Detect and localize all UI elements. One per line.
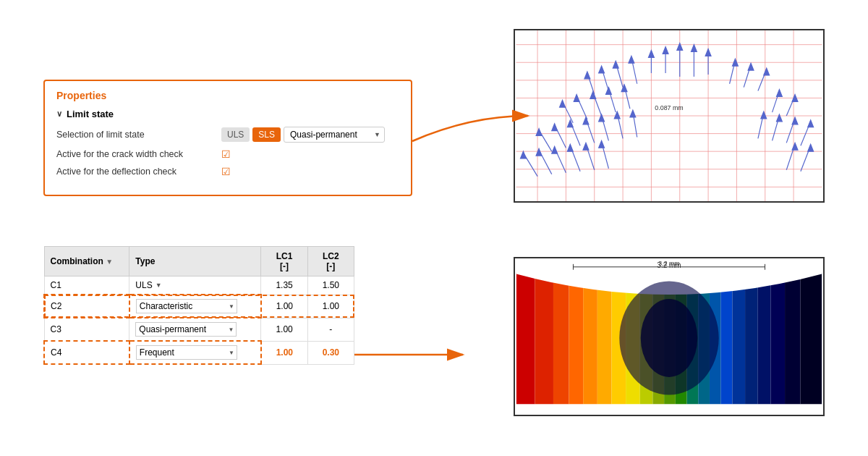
- deflection-checkbox[interactable]: ☑: [221, 166, 231, 177]
- deflection-row: Active for the deflection check ☑: [56, 166, 399, 177]
- table-panel: Combination ▼ Type LC1[-] LC2[-] C1 ULS …: [43, 246, 354, 365]
- uls-button[interactable]: ULS: [221, 127, 250, 142]
- type-select-c3[interactable]: Characteristic Quasi-permanent ULS Frequ…: [135, 322, 237, 337]
- selection-label: Selection of limit state: [56, 130, 216, 140]
- svg-marker-44: [560, 100, 566, 107]
- svg-marker-64: [583, 117, 589, 124]
- section-header: ∨ Limit state: [56, 109, 399, 119]
- deflection-visualization: 3.2 mm 3.2 mm: [514, 257, 825, 416]
- support-right-top: [796, 201, 816, 203]
- type-dropdown-c3[interactable]: Characteristic Quasi-permanent ULS Frequ…: [135, 322, 237, 337]
- svg-marker-32: [599, 66, 605, 73]
- svg-marker-60: [552, 124, 558, 131]
- combinations-table: Combination ▼ Type LC1[-] LC2[-] C1 ULS …: [43, 246, 354, 365]
- type-dropdown-arrow: ▼: [156, 282, 162, 289]
- grid-svg: 0.087 mm: [515, 30, 823, 201]
- svg-marker-92: [792, 143, 798, 150]
- sls-button[interactable]: SLS: [252, 127, 281, 142]
- limit-state-controls: ULS SLS Quasi-permanent Characteristic F…: [221, 127, 385, 143]
- svg-marker-82: [536, 148, 542, 156]
- svg-rect-99: [583, 273, 597, 405]
- table-body: C1 ULS ▼ 1.35 1.50 C2 Characteristic: [44, 276, 354, 365]
- limit-state-row: Selection of limit state ULS SLS Quasi-p…: [56, 127, 399, 143]
- svg-rect-110: [721, 273, 733, 405]
- svg-marker-42: [764, 68, 770, 75]
- svg-marker-72: [761, 111, 767, 119]
- quasi-permanent-select-wrapper: Quasi-permanent Characteristic Frequent: [284, 127, 385, 143]
- properties-panel: Properties ∨ Limit state Selection of li…: [43, 80, 412, 196]
- deflection-dim-label: 3.2 mm: [657, 261, 681, 269]
- crack-row: Active for the crack width check ☑: [56, 148, 399, 160]
- table-row: C4 Characteristic Quasi-permanent ULS Fr…: [44, 341, 354, 364]
- svg-rect-97: [553, 273, 569, 405]
- dim-label-top: 0.087 mm: [655, 104, 683, 111]
- svg-marker-26: [691, 45, 697, 52]
- svg-marker-86: [567, 144, 573, 151]
- crack-label: Active for the crack width check: [56, 149, 216, 159]
- table-row: C1 ULS ▼ 1.35 1.50: [44, 276, 354, 295]
- chevron-icon: ∨: [56, 109, 62, 119]
- svg-rect-113: [758, 273, 771, 405]
- svg-marker-78: [808, 120, 814, 127]
- col-header-combination: Combination ▼: [44, 247, 129, 276]
- cell-lc2-c2: 1.00: [307, 295, 354, 318]
- svg-marker-22: [663, 47, 668, 54]
- svg-marker-50: [605, 88, 611, 95]
- svg-marker-94: [808, 144, 814, 151]
- svg-rect-116: [801, 273, 822, 405]
- svg-marker-40: [748, 63, 754, 70]
- svg-rect-98: [569, 273, 584, 405]
- support-left-bottom: [522, 415, 542, 416]
- svg-marker-24: [677, 43, 683, 51]
- properties-title: Properties: [56, 90, 399, 101]
- cell-lc2-c3: -: [307, 318, 354, 341]
- cell-combination: C1: [44, 276, 129, 295]
- svg-marker-54: [776, 90, 782, 97]
- svg-marker-84: [552, 146, 558, 153]
- cell-lc2-c4: 0.30: [307, 341, 354, 364]
- type-dropdown-c4[interactable]: Characteristic Quasi-permanent ULS Frequ…: [136, 345, 237, 360]
- svg-marker-74: [776, 114, 782, 122]
- cell-lc2: 1.50: [307, 276, 354, 295]
- svg-marker-20: [648, 51, 654, 58]
- crack-checkbox[interactable]: ☑: [221, 148, 231, 160]
- svg-marker-70: [630, 110, 636, 117]
- svg-marker-66: [599, 114, 605, 122]
- svg-rect-111: [732, 273, 745, 405]
- svg-marker-30: [584, 72, 590, 79]
- cell-combination-c3: C3: [44, 318, 129, 341]
- svg-marker-58: [536, 129, 542, 136]
- grid-visualization: 0.087 mm: [514, 29, 825, 203]
- cell-lc1: 1.35: [261, 276, 307, 295]
- svg-rect-96: [535, 273, 553, 405]
- type-select-c4[interactable]: Characteristic Quasi-permanent ULS Frequ…: [136, 345, 237, 360]
- svg-marker-48: [590, 92, 596, 99]
- deflection-svg: 3.2 mm: [515, 258, 823, 415]
- cell-type-highlighted[interactable]: Characteristic ULS Quasi-permanent Frequ…: [129, 295, 261, 318]
- table-row: C2 Characteristic ULS Quasi-permanent Fr…: [44, 295, 354, 318]
- section-label: Limit state: [67, 109, 114, 119]
- svg-rect-100: [597, 273, 612, 405]
- svg-marker-34: [613, 61, 618, 68]
- support-left-top: [522, 201, 542, 203]
- svg-marker-88: [583, 143, 589, 150]
- cell-type-c3[interactable]: Characteristic Quasi-permanent ULS Frequ…: [129, 318, 261, 341]
- svg-marker-36: [629, 56, 634, 63]
- svg-rect-112: [745, 273, 758, 405]
- svg-marker-76: [792, 117, 798, 124]
- cell-type-c4[interactable]: Characteristic Quasi-permanent ULS Frequ…: [129, 341, 261, 364]
- deflection-label: Active for the deflection check: [56, 166, 216, 177]
- cell-lc1-c3: 1.00: [261, 318, 307, 341]
- svg-marker-68: [614, 111, 620, 119]
- svg-rect-115: [785, 273, 801, 405]
- svg-marker-28: [705, 49, 711, 56]
- table-header-row: Combination ▼ Type LC1[-] LC2[-]: [44, 247, 354, 276]
- type-dropdown-c2[interactable]: Characteristic ULS Quasi-permanent Frequ…: [136, 299, 237, 313]
- svg-marker-90: [599, 140, 605, 148]
- filter-icon[interactable]: ▼: [106, 258, 113, 266]
- svg-rect-95: [516, 273, 535, 405]
- col-header-type: Type: [129, 247, 261, 276]
- cell-lc1-c2: 1.00: [261, 295, 307, 318]
- limit-state-dropdown[interactable]: Quasi-permanent Characteristic Frequent: [284, 127, 385, 143]
- type-select-c2[interactable]: Characteristic ULS Quasi-permanent Frequ…: [136, 299, 237, 313]
